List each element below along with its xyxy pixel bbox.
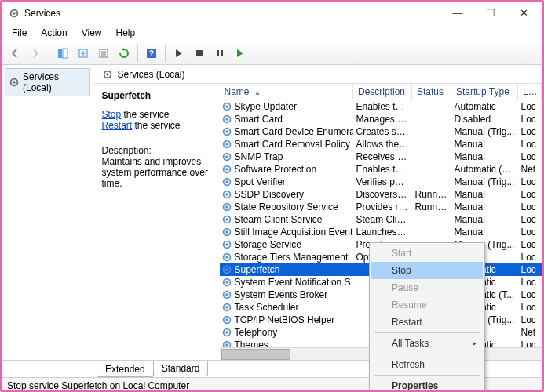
table-row[interactable]: Smart Card Device Enumera...Creates soft… bbox=[220, 125, 542, 138]
service-description: Discovers n... bbox=[353, 188, 412, 201]
show-hide-tree-button[interactable] bbox=[53, 44, 72, 63]
description-text: Maintains and improves system performanc… bbox=[102, 156, 212, 189]
export-button[interactable] bbox=[74, 44, 93, 63]
minimize-button[interactable]: — bbox=[441, 3, 474, 24]
table-row[interactable]: SSDP DiscoveryDiscovers n...RunningManua… bbox=[220, 188, 542, 201]
service-status bbox=[412, 138, 451, 151]
svg-point-50 bbox=[225, 318, 228, 321]
pause-service-button[interactable] bbox=[210, 44, 229, 63]
col-startup-type[interactable]: Startup Type bbox=[451, 84, 518, 100]
service-status bbox=[412, 151, 451, 163]
window-controls: — ☐ ✕ bbox=[441, 3, 540, 24]
ctx-restart[interactable]: Restart bbox=[371, 314, 483, 331]
service-status bbox=[412, 125, 451, 138]
menu-action[interactable]: Action bbox=[35, 26, 73, 40]
table-row[interactable]: State Repository ServiceProvides re...Ru… bbox=[220, 201, 542, 213]
menu-help[interactable]: Help bbox=[110, 26, 142, 40]
table-row[interactable]: Software ProtectionEnables the ...Automa… bbox=[220, 163, 542, 176]
service-logon: Net bbox=[518, 326, 542, 339]
service-name: State Repository Service bbox=[235, 201, 338, 212]
ctx-stop[interactable]: Stop bbox=[371, 262, 483, 279]
svg-rect-9 bbox=[217, 50, 219, 56]
service-logon: Loc bbox=[518, 201, 542, 213]
forward-button[interactable] bbox=[26, 44, 45, 63]
table-row[interactable]: Smart CardManages ac...DisabledLoc bbox=[220, 113, 542, 125]
col-logon[interactable]: Log bbox=[518, 84, 542, 100]
service-logon: Loc bbox=[518, 263, 542, 276]
sort-asc-icon: ▲ bbox=[254, 89, 261, 96]
table-row[interactable]: SNMP TrapReceives tra...ManualLoc bbox=[220, 151, 542, 163]
gear-icon bbox=[221, 126, 232, 137]
table-row[interactable]: Skype UpdaterEnables the ...AutomaticLoc bbox=[220, 100, 542, 114]
svg-point-26 bbox=[225, 168, 228, 171]
service-info-panel: Superfetch Stop the service Restart the … bbox=[94, 84, 220, 360]
col-name[interactable]: Name▲ bbox=[220, 84, 353, 100]
back-button[interactable] bbox=[5, 44, 24, 63]
status-text: Stop service Superfetch on Local Compute… bbox=[7, 380, 189, 391]
service-name: Software Protection bbox=[235, 164, 317, 175]
menu-view[interactable]: View bbox=[75, 26, 108, 40]
gear-icon bbox=[221, 139, 232, 150]
table-row[interactable]: Spot VerifierVerifies pote...Manual (Tri… bbox=[220, 176, 542, 188]
start-service-button[interactable] bbox=[170, 44, 188, 63]
service-logon: Loc bbox=[518, 125, 542, 138]
service-startup: Manual bbox=[451, 201, 518, 213]
ctx-properties[interactable]: Properties bbox=[371, 377, 483, 392]
help-button[interactable]: ? bbox=[142, 44, 161, 63]
service-status bbox=[412, 113, 451, 125]
svg-point-18 bbox=[225, 118, 228, 121]
svg-point-14 bbox=[106, 73, 109, 76]
table-row[interactable]: Still Image Acquisition EventsLaunches a… bbox=[220, 226, 542, 238]
svg-rect-2 bbox=[58, 49, 62, 58]
service-logon: Loc bbox=[518, 113, 542, 125]
gear-icon bbox=[221, 214, 232, 225]
service-name: TCP/IP NetBIOS Helper bbox=[235, 314, 335, 325]
service-description: Manages ac... bbox=[353, 113, 412, 125]
stop-service-button[interactable] bbox=[190, 44, 209, 63]
service-logon: Loc bbox=[518, 276, 542, 289]
gear-icon bbox=[221, 189, 232, 200]
svg-point-54 bbox=[225, 343, 228, 347]
svg-point-34 bbox=[225, 218, 228, 221]
close-button[interactable]: ✕ bbox=[507, 3, 540, 24]
restart-service-button[interactable] bbox=[231, 44, 250, 63]
service-name: Smart Card Removal Policy bbox=[235, 139, 350, 150]
restart-link[interactable]: Restart bbox=[102, 120, 133, 131]
ctx-all-tasks[interactable]: All Tasks▸ bbox=[371, 335, 483, 352]
service-description: Receives tra... bbox=[353, 151, 412, 163]
col-description[interactable]: Description bbox=[353, 84, 412, 100]
toolbar: ? bbox=[2, 42, 542, 65]
tab-standard[interactable]: Standard bbox=[153, 361, 209, 376]
menu-separator bbox=[374, 332, 480, 333]
col-status[interactable]: Status bbox=[412, 84, 451, 100]
service-name: System Event Notification S bbox=[235, 277, 351, 288]
maximize-button[interactable]: ☐ bbox=[474, 3, 507, 24]
service-logon: Loc bbox=[518, 289, 542, 301]
gear-icon bbox=[221, 176, 232, 187]
gear-icon bbox=[221, 264, 232, 275]
gear-icon bbox=[221, 239, 232, 250]
gear-icon bbox=[221, 327, 232, 338]
service-logon: Loc bbox=[518, 213, 542, 226]
tree-item-services-local[interactable]: Services (Local) bbox=[5, 68, 90, 96]
service-logon: Loc bbox=[518, 151, 542, 163]
tab-extended[interactable]: Extended bbox=[97, 362, 154, 377]
stop-link[interactable]: Stop bbox=[102, 109, 122, 120]
stop-service-line: Stop the service bbox=[102, 109, 212, 120]
service-startup: Manual (Trig... bbox=[451, 176, 518, 188]
table-row[interactable]: Smart Card Removal PolicyAllows the s...… bbox=[220, 138, 542, 151]
ctx-refresh[interactable]: Refresh bbox=[371, 356, 483, 373]
service-description: Launches a... bbox=[353, 226, 412, 238]
scrollbar-thumb[interactable] bbox=[221, 349, 290, 360]
service-startup: Disabled bbox=[451, 113, 518, 125]
properties-button[interactable] bbox=[94, 44, 113, 63]
menu-file[interactable]: File bbox=[5, 26, 33, 40]
refresh-button[interactable] bbox=[115, 44, 133, 63]
service-startup: Automatic bbox=[451, 100, 518, 114]
service-name: Skype Updater bbox=[235, 101, 297, 112]
service-name: Task Scheduler bbox=[235, 302, 299, 313]
svg-point-52 bbox=[225, 331, 228, 334]
table-row[interactable]: Steam Client ServiceSteam Clien...Manual… bbox=[220, 213, 542, 226]
svg-point-46 bbox=[225, 293, 228, 296]
tree-item-label: Services (Local) bbox=[23, 71, 86, 93]
